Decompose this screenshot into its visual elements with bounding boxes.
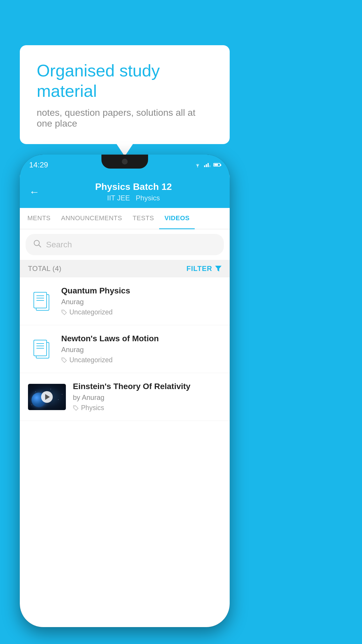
filter-icon	[215, 266, 222, 272]
tag-icon	[73, 405, 79, 411]
play-button[interactable]	[41, 391, 53, 403]
tag-label: Uncategorized	[69, 308, 113, 316]
battery-icon	[213, 163, 220, 167]
video-list: Quantum Physics Anurag Uncategorized	[20, 277, 230, 421]
tab-announcements[interactable]: ANNOUNCEMENTS	[56, 208, 127, 229]
breadcrumb-physics: Physics	[136, 194, 160, 202]
total-count: TOTAL (4)	[28, 265, 61, 273]
video-info: Quantum Physics Anurag Uncategorized	[61, 286, 222, 316]
svg-point-4	[63, 311, 63, 311]
header-title-block: Physics Batch 12 IIT JEE Physics	[47, 181, 220, 202]
video-info: Einstein's Theory Of Relativity by Anura…	[73, 382, 222, 412]
tag-label: Physics	[81, 404, 104, 412]
svg-point-6	[74, 406, 75, 407]
thumb-space-bg	[28, 384, 66, 410]
video-author-by: by Anurag	[73, 393, 222, 402]
video-author: Anurag	[61, 346, 222, 354]
search-bar[interactable]: Search	[26, 234, 224, 255]
app-content: ← Physics Batch 12 IIT JEE Physics MENTS…	[20, 175, 230, 627]
app-header: ← Physics Batch 12 IIT JEE Physics	[20, 175, 230, 208]
tag-icon	[61, 309, 67, 315]
video-tags: Physics	[73, 404, 222, 412]
list-item[interactable]: Quantum Physics Anurag Uncategorized	[20, 277, 230, 325]
speech-bubble: Organised study material notes, question…	[20, 45, 230, 144]
svg-point-5	[63, 358, 63, 359]
speech-bubble-container: Organised study material notes, question…	[20, 45, 230, 144]
video-info: Newton's Laws of Motion Anurag Uncategor…	[61, 334, 222, 364]
video-tags: Uncategorized	[61, 356, 222, 364]
status-bar: 14:29	[20, 155, 230, 175]
video-tags: Uncategorized	[61, 308, 222, 316]
header-title: Physics Batch 12	[47, 181, 220, 192]
video-author: Anurag	[61, 298, 222, 306]
tab-ments[interactable]: MENTS	[22, 208, 56, 229]
document-icon	[34, 292, 49, 311]
page2	[34, 340, 47, 356]
file-icon-wrap	[28, 288, 54, 314]
page2	[34, 292, 47, 308]
svg-line-2	[39, 245, 41, 247]
breadcrumb-iitjee: IIT JEE	[107, 194, 130, 202]
list-item[interactable]: Einstein's Theory Of Relativity by Anura…	[20, 373, 230, 421]
video-thumbnail	[28, 384, 66, 410]
signal-bars-icon	[204, 162, 210, 167]
video-title: Newton's Laws of Motion	[61, 334, 222, 343]
svg-marker-3	[215, 266, 222, 272]
tag-icon	[61, 357, 67, 363]
svg-point-0	[197, 167, 198, 167]
video-title: Quantum Physics	[61, 286, 222, 295]
video-title: Einstein's Theory Of Relativity	[73, 382, 222, 391]
document-icon	[34, 340, 49, 358]
bubble-title: Organised study material	[37, 60, 213, 101]
list-item[interactable]: Newton's Laws of Motion Anurag Uncategor…	[20, 325, 230, 373]
filter-bar: TOTAL (4) FILTER	[20, 260, 230, 277]
play-icon	[45, 394, 50, 400]
tab-bar: MENTS ANNOUNCEMENTS TESTS VIDEOS	[20, 208, 230, 229]
search-placeholder: Search	[46, 240, 72, 249]
phone-frame: 14:29	[20, 155, 230, 627]
status-time: 14:29	[29, 160, 48, 169]
breadcrumbs: IIT JEE Physics	[47, 194, 220, 202]
search-icon	[33, 239, 41, 250]
tab-tests[interactable]: TESTS	[127, 208, 159, 229]
tab-videos[interactable]: VIDEOS	[159, 208, 195, 229]
status-icons	[194, 162, 220, 167]
camera-dot	[122, 159, 128, 164]
back-button[interactable]: ←	[29, 186, 40, 198]
file-icon-wrap	[28, 336, 54, 362]
filter-button[interactable]: FILTER	[187, 265, 222, 273]
wifi-icon	[194, 162, 201, 167]
phone-notch	[101, 155, 148, 169]
bubble-subtitle: notes, question papers, solutions all at…	[37, 107, 213, 129]
tag-label: Uncategorized	[69, 356, 113, 364]
